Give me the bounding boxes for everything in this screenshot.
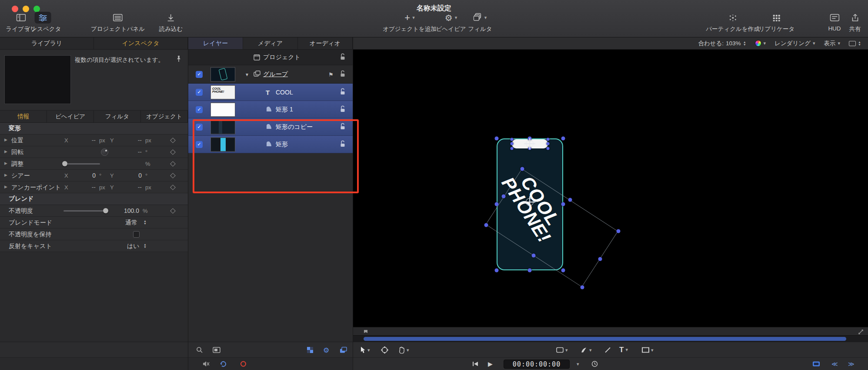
output-display-button[interactable] [812,361,820,367]
tab-info[interactable]: 情報 [0,111,47,122]
layer-name[interactable]: COOL [276,89,293,96]
tab-library[interactable]: ライブラリ [0,37,94,49]
share-button[interactable]: 共有 [849,12,861,33]
project-row[interactable]: プロジェクト [188,50,353,65]
selection-handle[interactable] [561,137,565,141]
selection-handle[interactable] [521,167,524,171]
line-tool[interactable] [604,346,611,353]
disclosure-icon[interactable]: ▶ [4,173,7,177]
rectangle-tool[interactable]: ▾ [556,347,568,353]
replicator-button[interactable]: リプリケータ [759,12,795,33]
anchor-point-icon[interactable] [526,140,534,148]
rendering-menu[interactable]: レンダリング ▾ [775,40,815,47]
mute-icon[interactable] [202,361,210,367]
property-row-shear[interactable]: ▶ シアー X 0 ° Y 0 ° [0,170,188,182]
selection-handle[interactable] [532,254,536,258]
layout-control[interactable]: ▲▼ [849,41,861,46]
layer-checkbox[interactable]: ✓ [196,89,203,96]
lock-icon[interactable] [340,105,346,114]
duration-clock-button[interactable] [591,361,598,367]
selection-handle[interactable] [502,195,506,198]
layer-row-rect1[interactable]: ✓ 矩形 1 [188,101,353,118]
selection-handle[interactable] [495,202,499,206]
disclosure-open-icon[interactable]: ▼ [245,72,249,77]
disclosure-icon[interactable]: ▶ [4,149,7,154]
slider-thumb[interactable] [103,208,108,213]
pan-tool[interactable]: ▾ [398,346,409,353]
project-panel-button[interactable]: プロジェクトパネル [91,12,145,33]
position-x-value[interactable]: -- [69,137,96,144]
lock-icon[interactable] [340,88,346,97]
tab-layers[interactable]: レイヤー [188,37,243,49]
zoom-control[interactable]: 合わせる: 103% ▲▼ [698,40,746,47]
channels-control[interactable]: ▾ [755,40,766,47]
selection-handle[interactable] [495,137,499,141]
anchor-y-value[interactable]: -- [115,184,142,191]
scale-slider[interactable] [63,163,100,165]
selection-handle[interactable] [568,198,572,202]
blend-mode-value[interactable]: 通常 [125,219,137,227]
keyframe-button[interactable] [170,138,176,143]
shear-y-value[interactable]: 0 [115,172,142,179]
flag-icon[interactable]: ⚑ [328,71,334,77]
keyframe-button[interactable] [170,185,176,190]
tab-object[interactable]: オブジェクト [141,111,188,122]
layer-name[interactable]: 矩形のコピー [276,123,313,131]
selection-handle[interactable] [528,269,532,272]
scrollbar-thumb[interactable] [364,337,846,341]
anchor-x-value[interactable]: -- [69,184,96,191]
hud-button[interactable]: HUD [828,12,841,32]
keyframe-button[interactable] [170,161,176,167]
shear-x-value[interactable]: 0 [69,172,96,179]
adjust-item-tool[interactable] [381,346,388,353]
selection-handle[interactable] [617,229,621,233]
tab-behaviors[interactable]: ビヘイビア [47,111,94,122]
opacity-value[interactable]: 100.0 [112,207,139,214]
group-row[interactable]: ✓ ▼ グループ ⚑ [188,65,353,84]
stepper-icon[interactable]: ▲▼ [858,41,861,46]
group-checkbox[interactable]: ✓ [196,71,203,78]
property-row-position[interactable]: ▶ 位置 X -- px Y -- px [0,135,188,146]
keyframe-button[interactable] [170,208,176,214]
timecode-display[interactable]: 00:00:00:00 [504,360,570,369]
mini-timeline[interactable] [353,327,868,335]
cast-reflection-value[interactable]: はい [127,242,140,250]
layer-name[interactable]: 矩形 1 [276,106,293,114]
selection-handle[interactable] [484,223,488,227]
timeline-scrollbar[interactable] [353,335,868,342]
pin-icon[interactable] [176,55,182,64]
property-row-opacity[interactable]: 不透明度 100.0 % [0,205,188,217]
stepper-icon[interactable]: ▲▼ [743,41,746,46]
selection-handle[interactable] [511,142,514,145]
canvas-viewport[interactable]: COOL PHONE! [353,50,868,327]
selection-handle[interactable] [547,142,550,145]
keyframe-button[interactable] [170,173,176,178]
paint-stroke-tool[interactable]: ▾ [581,346,592,353]
property-row-cast-reflection[interactable]: 反射をキャスト はい ▲▼ [0,240,188,252]
selection-handle[interactable] [547,138,550,141]
layer-checkbox[interactable]: ✓ [196,106,203,113]
tab-inspector[interactable]: インスペクタ [94,37,188,49]
layer-row-rect[interactable]: ✓ 矩形 [188,136,353,153]
property-row-scale[interactable]: ▶ 調整 % [0,158,188,170]
layer-row-rect-copy[interactable]: ✓ 矩形のコピー [188,118,353,136]
disclosure-icon[interactable]: ▶ [4,185,7,189]
selection-handle[interactable] [547,147,550,150]
disclosure-icon[interactable]: ▶ [4,138,7,142]
position-y-value[interactable]: -- [115,137,142,144]
previous-frame-button[interactable]: ≪ [831,360,838,367]
property-row-blend-mode[interactable]: ブレンドモード 通常 ▲▼ [0,217,188,229]
layer-checkbox[interactable]: ✓ [196,141,203,148]
keyframe-button[interactable] [170,149,176,155]
property-row-preserve-opacity[interactable]: 不透明度を保持 [0,229,188,240]
next-frame-button[interactable]: ≫ [848,360,855,367]
text-tool[interactable]: T ▾ [619,346,628,354]
layer-checkbox[interactable]: ✓ [196,124,203,131]
search-icon[interactable] [196,346,203,353]
tab-media[interactable]: メディア [243,37,298,49]
record-button[interactable] [240,361,246,367]
lock-icon[interactable] [340,70,346,79]
selection-handle[interactable] [511,147,514,150]
inspector-toolbar-button[interactable]: インスペクタ [25,12,61,33]
make-particles-button[interactable]: パーティクルを作成 [706,12,759,33]
